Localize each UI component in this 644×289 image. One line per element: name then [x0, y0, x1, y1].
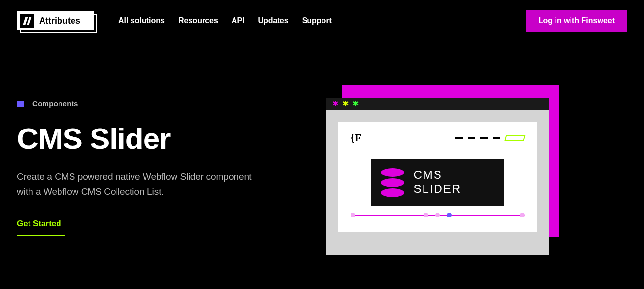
category-label: Components	[32, 100, 78, 108]
slider-tile: CMS SLIDER	[371, 159, 504, 206]
slash-icon	[20, 14, 34, 28]
nav-updates[interactable]: Updates	[258, 16, 289, 25]
nav-api[interactable]: API	[232, 16, 245, 25]
brace-logo: {F	[351, 131, 361, 144]
window-titlebar: ✱ ✱ ✱	[326, 98, 549, 110]
nav-resources[interactable]: Resources	[178, 16, 218, 25]
pager-dot	[424, 213, 428, 217]
page-description: Create a CMS powered native Webflow Slid…	[17, 169, 268, 200]
logo[interactable]: Attributes	[17, 11, 94, 30]
asterisk-icon: ✱	[332, 100, 338, 108]
asterisk-icon: ✱	[342, 100, 349, 108]
cta-pill-icon	[504, 135, 525, 141]
pager-dot	[435, 213, 440, 217]
product-illustration: ✱ ✱ ✱ {F	[326, 85, 563, 259]
pager	[351, 213, 525, 217]
pager-dot	[520, 213, 525, 217]
tile-text-line1: CMS	[414, 168, 462, 182]
category-icon	[17, 101, 24, 107]
menu-bar-icon	[480, 137, 488, 139]
menu-bar-icon	[493, 137, 500, 139]
illustration-window: ✱ ✱ ✱ {F	[326, 98, 549, 255]
asterisk-icon: ✱	[352, 100, 359, 108]
category-tag: Components	[17, 100, 288, 108]
menu-bar-icon	[455, 137, 463, 139]
illustration-card: {F	[338, 122, 537, 232]
tile-text-line2: SLIDER	[414, 182, 462, 196]
pager-dot-active	[447, 213, 452, 217]
primary-nav: All solutions Resources API Updates Supp…	[118, 16, 332, 25]
pager-dot	[351, 213, 355, 217]
nav-all-solutions[interactable]: All solutions	[118, 16, 165, 25]
database-icon	[381, 168, 404, 196]
get-started-link[interactable]: Get Started	[17, 219, 65, 236]
menu-bar-icon	[468, 137, 475, 139]
page-title: CMS Slider	[17, 121, 288, 156]
logo-text: Attributes	[39, 16, 80, 26]
nav-support[interactable]: Support	[302, 16, 332, 25]
login-button[interactable]: Log in with Finsweet	[526, 10, 627, 32]
